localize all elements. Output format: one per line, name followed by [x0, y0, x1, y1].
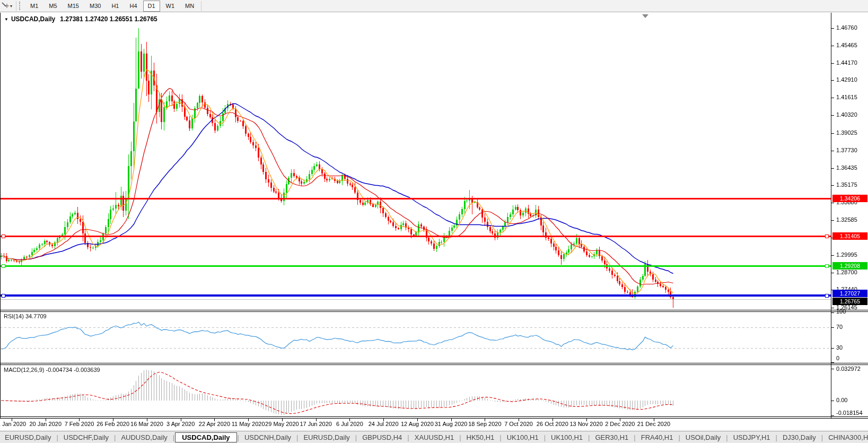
timeframe-buttons: M1M5M15M30H1H4D1W1MN: [25, 1, 199, 12]
price-tick-label: 1.40320: [836, 111, 857, 118]
tab-uk100-h1[interactable]: UK100,H1: [502, 433, 543, 442]
price-badge: 1.27027: [832, 290, 867, 297]
price-tick-label: 1.37730: [836, 147, 857, 153]
price-tick-label: 1.28700: [836, 269, 857, 275]
price-axis[interactable]: 1.467601.454651.441701.429101.416151.403…: [831, 13, 868, 418]
timeframe-button-h4[interactable]: H4: [125, 1, 142, 12]
rsi-value: 34.7709: [25, 313, 47, 319]
price-tick-label: 1.36435: [836, 164, 857, 171]
tab-china300-h1[interactable]: CHINA300,H1: [823, 433, 868, 442]
tab-audusd-daily[interactable]: AUDUSD,Daily: [116, 433, 172, 442]
toolbar: ▾ M1M5M15M30H1H4D1W1MN: [0, 0, 868, 12]
tab-xauusd-h1[interactable]: XAUUSD,H1: [410, 433, 459, 442]
price-tick-label: 1.41615: [836, 94, 857, 100]
timeframe-button-m15[interactable]: M15: [63, 1, 84, 12]
tab-fra40-h1[interactable]: FRA40,H1: [636, 433, 678, 442]
tab-dj30-daily[interactable]: DJ30,Daily: [778, 433, 821, 442]
timeframe-button-m1[interactable]: M1: [25, 1, 43, 12]
tab-bar: EURUSD,Daily|USDCHF,Daily|AUDUSD,Daily|U…: [0, 431, 868, 443]
chart-canvas[interactable]: [0, 0, 868, 443]
tab-usdcnh-daily[interactable]: USDCNH,Daily: [240, 433, 296, 442]
tab-usdcad-daily[interactable]: USDCAD,Daily: [175, 432, 236, 442]
mt4-window: ▾ M1M5M15M30H1H4D1W1MN ▼USDCAD,Daily1.27…: [0, 0, 868, 443]
collapse-arrow-icon[interactable]: ▼: [4, 17, 8, 22]
macd-values: -0.004734 -0.003639: [46, 367, 100, 373]
macd-scale-label: 0.00: [836, 397, 847, 403]
price-tick-label: 1.35175: [836, 181, 857, 188]
timeframe-button-h1[interactable]: H1: [107, 1, 124, 12]
macd-scale-label: -0.018154: [836, 410, 863, 416]
toolbar-separator: [201, 1, 201, 11]
tab-gbpusd-h4[interactable]: GBPUSD,H4: [357, 433, 407, 442]
rsi-scale-label: 0: [836, 355, 839, 361]
price-badge: 1.31405: [832, 232, 867, 240]
price-tick-label: 1.29995: [836, 251, 857, 258]
macd-scale-label: 0.032972: [836, 366, 861, 372]
price-badge: 1.26765: [832, 298, 867, 305]
tab-usdchf-daily[interactable]: USDCHF,Daily: [59, 433, 113, 442]
chart-title: ▼USDCAD,Daily1.27381 1.27420 1.26551 1.2…: [4, 15, 157, 23]
tab-eurusd-daily[interactable]: EURUSD,Daily: [299, 433, 354, 442]
rsi-scale-label: 70: [836, 324, 843, 330]
macd-label: MACD(12,26,9) -0.004734 -0.003639: [4, 367, 100, 373]
crosshair-tool-icon[interactable]: [1, 2, 10, 10]
timeframe-button-m5[interactable]: M5: [44, 1, 62, 12]
chevron-down-icon[interactable]: ▾: [10, 4, 12, 8]
price-tick-label: 1.39025: [836, 129, 857, 136]
price-tick-label: 1.45465: [836, 42, 857, 48]
symbol-period-label: USDCAD,Daily: [11, 15, 55, 23]
price-tick-label: 1.46760: [836, 24, 857, 31]
date-tick-label: 21 Dec 2020: [633, 421, 675, 427]
toolbar-separator: [16, 1, 16, 11]
price-badge: 1.29208: [832, 262, 867, 270]
timeframe-button-m30[interactable]: M30: [85, 1, 106, 12]
rsi-scale-label: 30: [836, 344, 843, 351]
tab-hk50-h1[interactable]: HK50,H1: [462, 433, 499, 442]
toolbar-grip: [19, 2, 22, 10]
timeframe-button-w1[interactable]: W1: [161, 1, 180, 12]
rsi-scale-label: 100: [836, 308, 846, 315]
rsi-label: RSI(14) 34.7709: [4, 313, 47, 319]
tab-usoil-daily[interactable]: USOil,Daily: [681, 433, 725, 442]
tab-uk100-h1[interactable]: UK100,H1: [546, 433, 588, 442]
price-badge: 1.34206: [832, 195, 867, 202]
timeframe-button-d1[interactable]: D1: [143, 1, 160, 12]
tab-eurusd-daily[interactable]: EURUSD,Daily: [0, 433, 56, 442]
price-tick-label: 1.42910: [836, 76, 857, 83]
tab-usdjpy-h1[interactable]: USDJPY,H1: [729, 433, 775, 442]
price-tick-label: 1.44170: [836, 59, 857, 66]
price-tick-label: 1.32585: [836, 216, 857, 223]
tab-ger30-h1[interactable]: GER30,H1: [590, 433, 633, 442]
ohlc-values: 1.27381 1.27420 1.26551 1.26765: [60, 15, 157, 23]
date-axis[interactable]: 1 Jan 202020 Jan 20207 Feb 202026 Feb 20…: [0, 418, 831, 431]
timeframe-button-mn[interactable]: MN: [180, 1, 199, 12]
